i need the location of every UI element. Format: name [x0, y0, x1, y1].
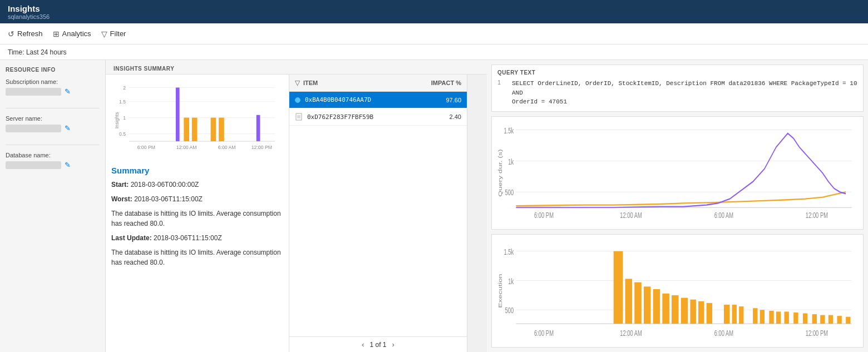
query-line2: OrderId = 47051: [512, 97, 857, 107]
summary-title: Summary: [111, 166, 283, 175]
svg-text:500: 500: [505, 306, 514, 315]
svg-rect-63: [803, 313, 807, 324]
svg-text:6:00 PM: 6:00 PM: [534, 329, 554, 338]
insights-chart-area: 2 1.5 1 0.5 Insights: [111, 80, 283, 163]
svg-rect-58: [760, 310, 765, 324]
svg-rect-48: [662, 294, 669, 324]
svg-rect-67: [837, 316, 841, 324]
time-label: Time: Last 24 hours: [8, 48, 67, 56]
server-field: Server name: ✎: [6, 115, 100, 132]
svg-rect-13: [219, 118, 224, 141]
svg-text:Query dur. (s): Query dur. (s): [497, 149, 504, 196]
svg-rect-43: [614, 251, 623, 323]
left-sidebar: RESOURCE INFO Subscription name: ✎ Serve…: [0, 60, 106, 352]
svg-rect-9: [176, 88, 180, 142]
svg-rect-68: [846, 316, 850, 323]
item-status-icon: [295, 97, 300, 103]
summary-desc1: The database is hitting its IO limits. A…: [111, 209, 283, 229]
query-line1: SELECT OrderLineID, OrderID, StockItemID…: [512, 79, 857, 97]
svg-rect-64: [812, 314, 817, 324]
refresh-button[interactable]: ↺ Refresh: [8, 29, 43, 38]
app-header: Insights sqlanalytics356: [0, 0, 868, 23]
right-panel: QUERY TEXT 1 SELECT OrderLineID, OrderID…: [487, 60, 868, 352]
next-page-button[interactable]: ›: [392, 340, 394, 349]
charts-container: 1.5k 1k 500 Query dur. (s): [487, 116, 868, 353]
svg-rect-65: [820, 315, 825, 324]
item-id: 0xD762F283F7FBF59B: [307, 113, 423, 121]
query-text-row: 1 SELECT OrderLineID, OrderID, StockItem…: [497, 79, 857, 107]
database-label: Database name:: [6, 152, 100, 158]
svg-rect-53: [707, 303, 712, 324]
subscription-edit-icon[interactable]: ✎: [65, 87, 71, 96]
item-impact: 2.40: [428, 113, 461, 120]
worst-label: Worst:: [111, 195, 132, 203]
svg-rect-14: [257, 115, 260, 141]
time-bar: Time: Last 24 hours: [0, 44, 868, 60]
svg-rect-49: [672, 295, 679, 324]
list-item[interactable]: 0xBA4B0B040746AA7D 97.60: [289, 92, 467, 108]
insights-summary-label: INSIGHTS SUMMARY: [106, 60, 487, 75]
summary-desc2: The database is hitting its IO limits. A…: [111, 247, 283, 267]
worst-value: 2018-03-06T11:15:00Z: [134, 195, 203, 203]
refresh-label: Refresh: [17, 29, 43, 38]
svg-text:6:00 PM: 6:00 PM: [137, 145, 155, 150]
svg-rect-52: [698, 301, 704, 324]
list-item[interactable]: 0xD762F283F7FBF59B 2.40: [289, 108, 467, 126]
center-content: 2 1.5 1 0.5 Insights: [106, 75, 487, 352]
subscription-label: Subscription name:: [6, 78, 100, 85]
svg-rect-11: [192, 118, 198, 141]
svg-text:1: 1: [123, 115, 126, 121]
item-col-header: ITEM: [303, 80, 413, 86]
analytics-button[interactable]: ⊞ Analytics: [53, 29, 91, 38]
subscription-value: [6, 88, 61, 96]
resource-info-label: RESOURCE INFO: [6, 67, 100, 73]
svg-text:1.5: 1.5: [119, 99, 126, 105]
database-edit-icon[interactable]: ✎: [65, 161, 71, 169]
svg-rect-62: [793, 313, 798, 324]
server-value: [6, 125, 61, 132]
svg-rect-60: [776, 311, 781, 324]
svg-rect-47: [653, 289, 660, 324]
summary-start: Start: 2018-03-06T00:00:00Z: [111, 180, 283, 190]
last-update-value: 2018-03-06T11:15:00Z: [154, 234, 222, 242]
svg-rect-66: [828, 315, 833, 324]
svg-text:12:00 PM: 12:00 PM: [806, 210, 828, 219]
start-label: Start:: [111, 181, 129, 189]
svg-text:12:00 PM: 12:00 PM: [806, 329, 828, 338]
svg-rect-59: [769, 311, 773, 324]
page-info: 1 of 1: [369, 341, 386, 349]
prev-page-button[interactable]: ‹: [362, 340, 364, 349]
query-text-label: QUERY TEXT: [497, 70, 857, 76]
svg-rect-44: [625, 279, 633, 324]
item-impact: 97.60: [428, 97, 461, 103]
subscription-field: Subscription name: ✎: [6, 78, 100, 96]
svg-rect-45: [634, 282, 642, 324]
svg-text:6:00 PM: 6:00 PM: [534, 210, 554, 219]
svg-text:1.5k: 1.5k: [504, 126, 514, 135]
svg-text:12:00 AM: 12:00 AM: [620, 210, 642, 219]
analytics-icon: ⊞: [53, 29, 60, 38]
filter-button[interactable]: ▽ Filter: [101, 29, 126, 38]
svg-text:2: 2: [123, 85, 126, 91]
svg-text:6:00 AM: 6:00 AM: [714, 329, 733, 338]
chart-summary-panel: 2 1.5 1 0.5 Insights: [106, 75, 289, 352]
summary-worst: Worst: 2018-03-06T11:15:00Z: [111, 194, 283, 204]
impact-col-header: IMPACT %: [417, 80, 461, 86]
items-header: ▽ ITEM IMPACT %: [289, 75, 467, 92]
item-id: 0xBA4B0B040746AA7D: [305, 96, 423, 103]
app-title: Insights: [8, 4, 860, 13]
svg-text:1.5k: 1.5k: [504, 247, 514, 256]
funnel-icon: ▽: [295, 79, 300, 87]
svg-text:500: 500: [505, 188, 514, 197]
main-layout: RESOURCE INFO Subscription name: ✎ Serve…: [0, 60, 868, 352]
svg-text:12:00 PM: 12:00 PM: [251, 145, 272, 150]
server-edit-icon[interactable]: ✎: [65, 124, 71, 132]
svg-text:Execution: Execution: [497, 274, 504, 308]
svg-rect-50: [681, 298, 688, 324]
line-number: 1: [497, 79, 506, 86]
svg-text:12:00 AM: 12:00 AM: [176, 145, 197, 150]
svg-text:6:00 AM: 6:00 AM: [714, 210, 733, 219]
app-subtitle: sqlanalytics356: [8, 13, 860, 20]
svg-rect-10: [184, 118, 189, 141]
query-duration-chart: 1.5k 1k 500 Query dur. (s): [497, 121, 857, 225]
